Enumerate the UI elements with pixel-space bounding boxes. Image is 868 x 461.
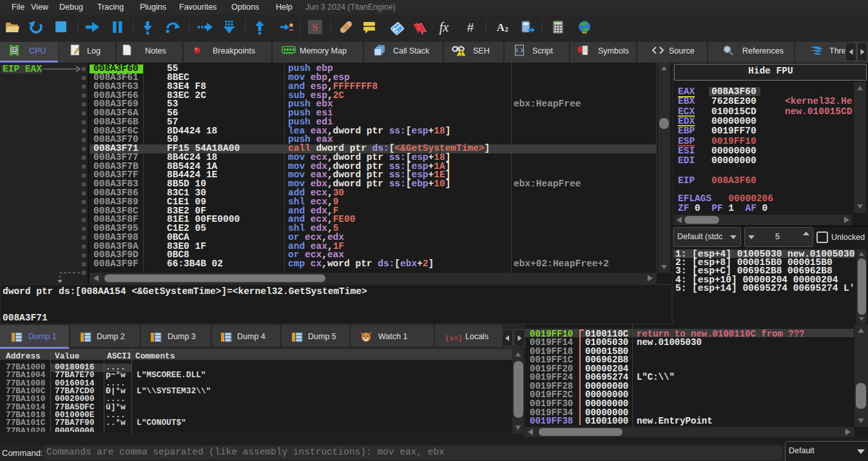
- svg-text:32: 32: [11, 47, 17, 54]
- svg-text:fx: fx: [439, 20, 449, 35]
- svg-text:S: S: [312, 21, 318, 34]
- svg-text:2: 2: [505, 25, 508, 33]
- svg-text:[x=]: [x=]: [445, 335, 462, 342]
- svg-text:#: #: [467, 21, 474, 34]
- svg-text:A: A: [497, 21, 505, 34]
